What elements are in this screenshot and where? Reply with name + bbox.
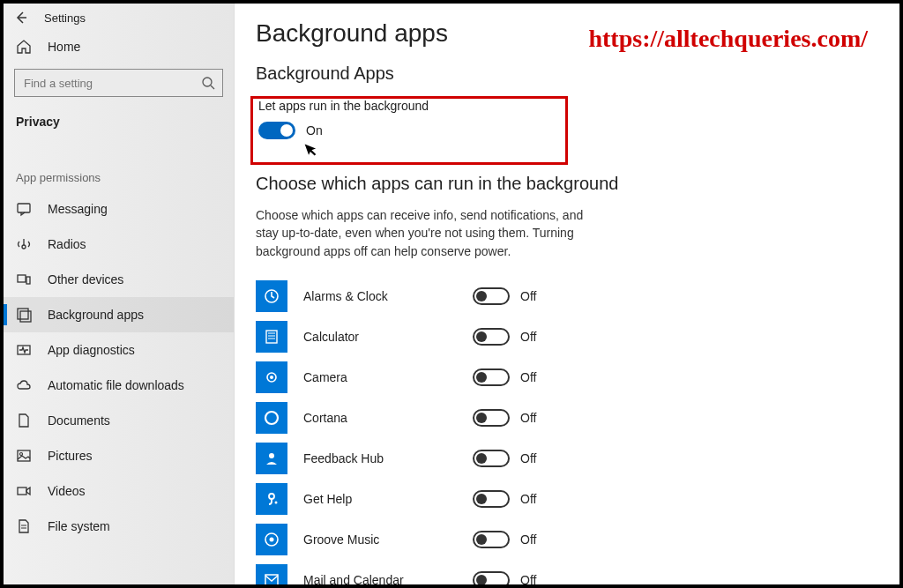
home-icon	[16, 39, 34, 55]
sidebar-item-documents[interactable]: Documents	[4, 403, 234, 438]
sidebar-item-label: Pictures	[48, 449, 93, 463]
sidebar-item-videos[interactable]: Videos	[4, 473, 234, 509]
filesystem-icon	[16, 518, 34, 534]
svg-rect-21	[265, 575, 278, 584]
category-label: Privacy	[4, 109, 234, 141]
home-nav[interactable]: Home	[4, 30, 234, 63]
back-arrow-icon[interactable]	[14, 11, 28, 25]
app-name-label: Groove Music	[303, 532, 473, 547]
devices-icon	[16, 272, 34, 287]
master-toggle[interactable]	[258, 122, 295, 139]
app-name-label: Cortana	[303, 411, 473, 425]
app-icon	[256, 402, 287, 434]
svg-rect-10	[18, 488, 26, 495]
app-name-label: Feedback Hub	[303, 451, 473, 465]
app-row: Groove MusicOff	[256, 519, 878, 560]
app-name-label: Alarms & Clock	[303, 289, 473, 303]
app-name-label: Mail and Calendar	[303, 573, 473, 584]
svg-rect-6	[20, 311, 31, 322]
app-name-label: Get Help	[303, 492, 473, 506]
sidebar-item-label: Automatic file downloads	[48, 378, 184, 392]
settings-window: https://alltechqueries.com/ Settings Hom…	[0, 0, 903, 588]
svg-point-0	[203, 78, 212, 86]
app-row: CameraOff	[256, 357, 878, 398]
nav-list: MessagingRadiosOther devicesBackground a…	[4, 191, 234, 544]
document-icon	[16, 413, 34, 428]
app-toggle-state: Off	[520, 532, 536, 547]
app-toggle-state: Off	[520, 330, 536, 344]
svg-rect-8	[18, 450, 30, 461]
app-icon	[256, 524, 287, 555]
cloud-icon	[16, 377, 34, 393]
app-icon	[256, 564, 287, 584]
videos-icon	[16, 483, 34, 499]
svg-point-20	[270, 537, 274, 541]
section-background-apps: Background Apps	[256, 63, 878, 84]
app-row: Get HelpOff	[256, 479, 878, 519]
app-toggle[interactable]	[473, 531, 510, 548]
svg-point-9	[20, 453, 23, 456]
sidebar-item-other-devices[interactable]: Other devices	[4, 262, 234, 297]
search-input[interactable]	[24, 77, 201, 90]
svg-point-18	[275, 501, 278, 503]
app-row: Alarms & ClockOff	[256, 276, 878, 316]
svg-rect-12	[266, 331, 277, 343]
app-toggle[interactable]	[473, 490, 510, 508]
app-icon	[256, 280, 287, 312]
app-toggle[interactable]	[473, 287, 510, 305]
sidebar-item-label: App diagnostics	[48, 343, 135, 357]
sidebar-item-radios[interactable]: Radios	[4, 227, 234, 262]
highlight-box: Let apps run in the background On	[250, 96, 568, 165]
svg-rect-4	[26, 277, 30, 284]
sidebar-item-label: Background apps	[48, 308, 144, 322]
sidebar-item-messaging[interactable]: Messaging	[4, 191, 234, 227]
app-toggle-state: Off	[520, 289, 536, 303]
titlebar: Settings	[4, 4, 234, 30]
app-toggle[interactable]	[473, 450, 510, 467]
sidebar-item-label: File system	[48, 519, 110, 533]
sidebar-item-app-diagnostics[interactable]: App diagnostics	[4, 332, 234, 368]
app-icon	[256, 361, 287, 393]
app-row: CalculatorOff	[256, 316, 878, 357]
app-toggle[interactable]	[473, 571, 510, 584]
diagnostics-icon	[16, 342, 34, 358]
sidebar-item-label: Messaging	[48, 202, 108, 216]
app-toggle[interactable]	[473, 328, 510, 346]
sidebar: Settings Home Privacy App permissions Me…	[4, 4, 235, 584]
search-icon	[201, 76, 215, 90]
app-toggle-state: Off	[520, 411, 536, 425]
window-title: Settings	[44, 11, 86, 25]
home-label: Home	[48, 40, 80, 54]
sidebar-item-automatic-file-downloads[interactable]: Automatic file downloads	[4, 368, 234, 403]
svg-point-17	[269, 494, 274, 499]
app-toggle-state: Off	[520, 492, 536, 506]
pictures-icon	[16, 448, 34, 464]
cursor-icon	[303, 139, 320, 159]
master-toggle-state: On	[306, 123, 323, 138]
svg-rect-3	[18, 275, 26, 282]
main-panel: Background apps Background Apps Let apps…	[235, 4, 899, 584]
sidebar-item-file-system[interactable]: File system	[4, 509, 234, 544]
sidebar-item-pictures[interactable]: Pictures	[4, 438, 234, 473]
svg-point-15	[265, 412, 278, 424]
background-icon	[16, 307, 34, 323]
search-box[interactable]	[14, 69, 223, 97]
app-toggle[interactable]	[473, 409, 510, 427]
app-toggle-state: Off	[520, 370, 536, 384]
sidebar-item-label: Videos	[48, 484, 86, 498]
app-toggle[interactable]	[473, 368, 510, 386]
app-row: Feedback HubOff	[256, 438, 878, 479]
message-icon	[16, 201, 34, 217]
svg-rect-1	[18, 204, 30, 212]
sidebar-item-label: Radios	[48, 237, 86, 251]
svg-point-2	[22, 245, 26, 249]
sidebar-item-label: Documents	[48, 413, 110, 428]
svg-point-16	[269, 453, 274, 458]
group-label: App permissions	[4, 166, 234, 191]
app-list: Alarms & ClockOffCalculatorOffCameraOffC…	[256, 276, 878, 584]
section-choose-apps: Choose which apps can run in the backgro…	[256, 174, 878, 194]
app-toggle-state: Off	[520, 451, 536, 465]
app-icon	[256, 321, 287, 353]
sidebar-item-background-apps[interactable]: Background apps	[4, 297, 234, 332]
page-title: Background apps	[256, 19, 878, 48]
